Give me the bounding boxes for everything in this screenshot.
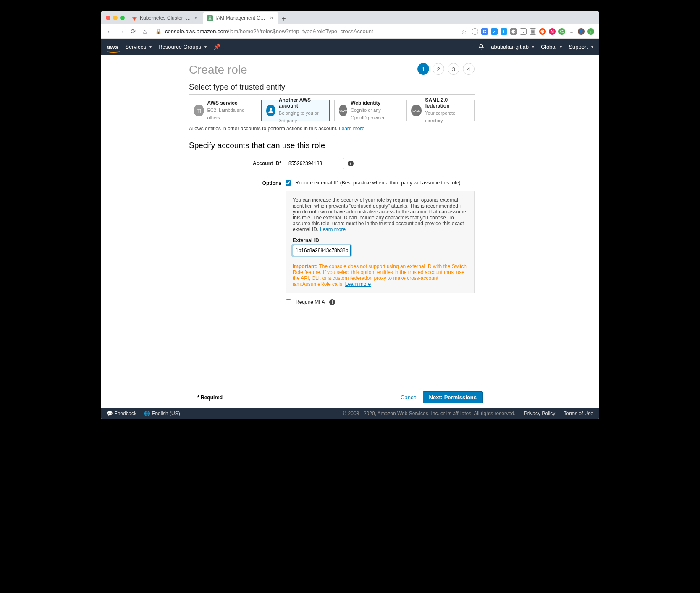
- learn-more-link[interactable]: Learn more: [339, 126, 364, 132]
- window-close[interactable]: [106, 16, 110, 20]
- ext-icon[interactable]: ◐: [510, 28, 517, 35]
- entity-subtitle: EC2, Lambda and others: [207, 108, 245, 120]
- entity-subtitle: Cognito or any OpenID provider: [351, 108, 385, 120]
- external-id-label: External ID: [293, 237, 467, 243]
- close-icon[interactable]: ×: [270, 16, 274, 20]
- services-menu[interactable]: Services: [125, 44, 152, 50]
- home-button[interactable]: ⌂: [141, 28, 149, 35]
- section-title-entity: Select type of trusted entity: [189, 82, 475, 92]
- privacy-link[interactable]: Privacy Policy: [524, 411, 556, 416]
- info-icon[interactable]: i: [329, 299, 335, 305]
- info-ext-icon[interactable]: i: [472, 28, 478, 35]
- window-maximize[interactable]: [120, 16, 125, 20]
- iam-icon: [207, 15, 213, 21]
- entity-title: Another AWS account: [279, 97, 325, 109]
- globe-icon: www: [339, 105, 347, 116]
- ext-icon[interactable]: G: [558, 28, 565, 35]
- tab-title: IAM Management Console: [215, 15, 267, 21]
- address-bar[interactable]: 🔒 console.aws.amazon.com/iam/home?#/role…: [153, 28, 456, 34]
- back-button[interactable]: ←: [106, 28, 113, 35]
- section-title-accounts: Specify accounts that can use this role: [189, 141, 475, 150]
- extension-icons: i G z t ◐ ⌄ ▣ ◉ N G ≡ 👤 ↓: [472, 28, 594, 35]
- new-tab-button[interactable]: +: [278, 13, 289, 24]
- step-3[interactable]: 3: [448, 63, 459, 75]
- region-menu[interactable]: Global: [541, 44, 562, 50]
- terms-link[interactable]: Terms of Use: [564, 411, 593, 416]
- entity-subtitle: Your corporate directory: [425, 111, 455, 123]
- important-notice: Important: The console does not support …: [293, 264, 467, 287]
- svg-rect-0: [207, 15, 213, 21]
- next-button[interactable]: Next: Permissions: [423, 391, 483, 403]
- entity-hint: Allows entities in other accounts to per…: [189, 126, 475, 132]
- ext-icon[interactable]: N: [549, 28, 556, 35]
- wizard-steps: 1 2 3 4: [417, 63, 475, 75]
- aws-top-nav: aws Services Resource Groups 📌 abubakar-…: [101, 39, 599, 55]
- mfa-checkbox[interactable]: [286, 299, 291, 305]
- wizard-footer: * Required Cancel Next: Permissions: [101, 387, 599, 408]
- avatar-icon[interactable]: 👤: [578, 28, 585, 35]
- tab-title: Kubernetes Cluster · TE Demos: [140, 15, 192, 21]
- external-id-option[interactable]: Require external ID (Best practice when …: [286, 180, 475, 186]
- step-4[interactable]: 4: [463, 63, 475, 75]
- pocket-ext-icon[interactable]: ⌄: [520, 28, 527, 35]
- learn-more-link[interactable]: Learn more: [345, 281, 371, 287]
- saml-icon: SAML: [411, 105, 422, 116]
- star-icon[interactable]: ☆: [460, 28, 467, 35]
- external-id-input[interactable]: [293, 245, 351, 256]
- entity-another-account[interactable]: Another AWS account Belonging to you or …: [261, 100, 330, 121]
- page-title: Create role: [189, 63, 247, 76]
- account-id-label: Account ID*: [189, 161, 286, 166]
- browser-tab-iam[interactable]: IAM Management Console ×: [203, 12, 278, 24]
- ext-icon[interactable]: ▣: [530, 28, 536, 35]
- overflow-ext-icon[interactable]: ≡: [568, 28, 575, 35]
- ext-icon[interactable]: ↓: [587, 28, 594, 35]
- lock-icon: 🔒: [155, 29, 162, 34]
- close-icon[interactable]: ×: [194, 16, 199, 20]
- entity-web-identity[interactable]: www Web identity Cognito or any OpenID p…: [334, 100, 402, 121]
- gitlab-icon: [131, 15, 137, 21]
- copyright: © 2008 - 2020, Amazon Web Services, Inc.…: [343, 411, 515, 416]
- entity-saml[interactable]: SAML SAML 2.0 federation Your corporate …: [406, 100, 475, 121]
- browser-tabbar: Kubernetes Cluster · TE Demos × IAM Mana…: [101, 11, 599, 24]
- account-menu[interactable]: abubakar-gitlab: [491, 44, 534, 50]
- twitter-ext-icon[interactable]: t: [501, 28, 507, 35]
- info-icon[interactable]: i: [348, 161, 354, 166]
- step-2[interactable]: 2: [433, 63, 444, 75]
- external-id-checkbox[interactable]: [286, 180, 291, 186]
- support-menu[interactable]: Support: [569, 44, 593, 50]
- aws-logo[interactable]: aws: [107, 43, 118, 50]
- ext-icon[interactable]: G: [481, 28, 488, 35]
- resource-groups-menu[interactable]: Resource Groups: [158, 44, 207, 50]
- feedback-link[interactable]: 💬 Feedback: [107, 411, 136, 416]
- entity-aws-service[interactable]: ◫ AWS service EC2, Lambda and others: [189, 100, 257, 121]
- mfa-option[interactable]: Require MFA i: [286, 299, 475, 305]
- ext-icon[interactable]: z: [491, 28, 498, 35]
- learn-more-link[interactable]: Learn more: [320, 227, 346, 232]
- account-id-input[interactable]: [286, 158, 344, 169]
- notifications-icon[interactable]: [478, 44, 484, 50]
- entity-title: SAML 2.0 federation: [425, 97, 470, 109]
- window-minimize[interactable]: [113, 16, 118, 20]
- page-content: Create role 1 2 3 4 Select type of trust…: [101, 55, 599, 387]
- required-note: * Required: [197, 395, 223, 401]
- pin-icon[interactable]: 📌: [213, 43, 220, 50]
- language-menu[interactable]: 🌐 English (US): [144, 411, 180, 416]
- entity-title: Web identity: [351, 100, 398, 106]
- browser-toolbar: ← → ⟳ ⌂ 🔒 console.aws.amazon.com/iam/hom…: [101, 24, 599, 39]
- user-icon: [266, 105, 275, 116]
- aws-footer: 💬 Feedback 🌐 English (US) © 2008 - 2020,…: [101, 408, 599, 419]
- cancel-button[interactable]: Cancel: [401, 394, 417, 401]
- ext-icon[interactable]: ◉: [539, 28, 546, 35]
- options-label: Options: [189, 180, 286, 186]
- reload-button[interactable]: ⟳: [129, 28, 137, 35]
- browser-tab-gitlab[interactable]: Kubernetes Cluster · TE Demos ×: [127, 12, 203, 24]
- entity-title: AWS service: [207, 100, 252, 106]
- external-id-panel: You can increase the security of your ro…: [286, 191, 475, 293]
- forward-button[interactable]: →: [118, 28, 125, 35]
- svg-point-1: [270, 108, 272, 111]
- step-1[interactable]: 1: [417, 63, 429, 75]
- cube-icon: ◫: [194, 105, 204, 116]
- entity-subtitle: Belonging to you or 3rd party: [279, 111, 319, 123]
